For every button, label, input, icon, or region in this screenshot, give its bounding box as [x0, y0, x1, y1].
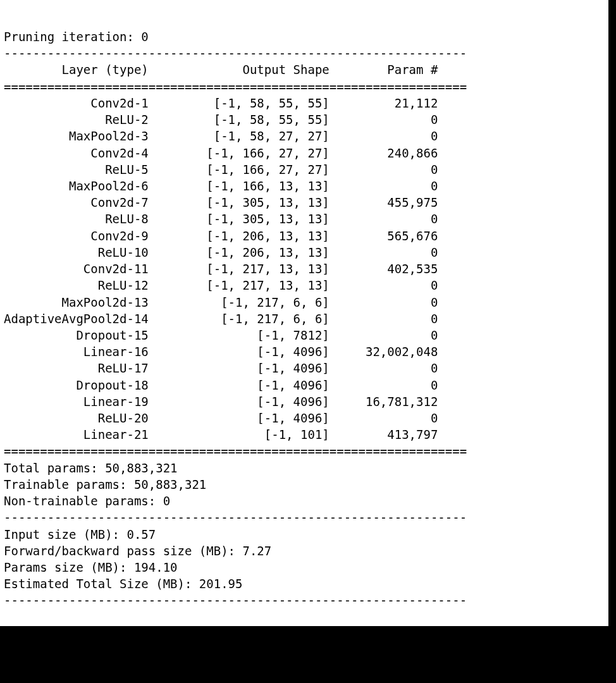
model-summary-output: Pruning iteration: 0 -------------------… — [0, 0, 608, 626]
